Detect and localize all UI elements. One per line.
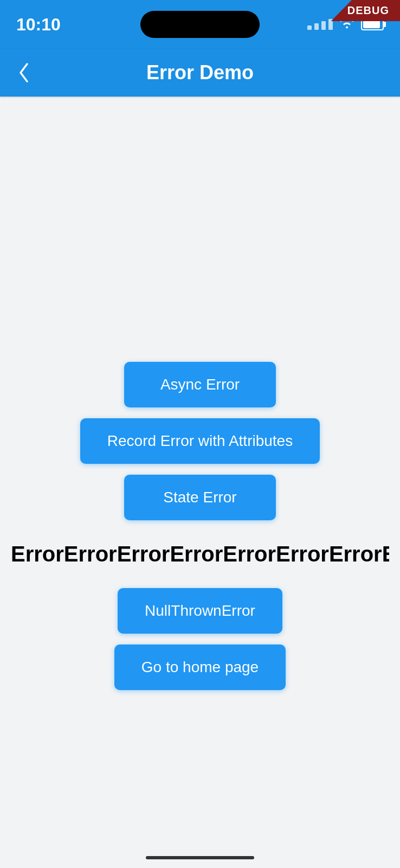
buttons-container: Async Error Record Error with Attributes… xyxy=(11,362,389,690)
main-content: Async Error Record Error with Attributes… xyxy=(0,97,400,846)
nav-title: Error Demo xyxy=(146,61,254,84)
error-text: ErrorErrorErrorErrorErrorErrorErrorError… xyxy=(11,542,389,566)
async-error-button[interactable]: Async Error xyxy=(124,362,276,407)
state-error-button[interactable]: State Error xyxy=(124,475,276,520)
record-error-with-attributes-button[interactable]: Record Error with Attributes xyxy=(80,418,320,464)
status-time: 10:10 xyxy=(16,15,61,35)
dynamic-island xyxy=(140,11,260,38)
go-to-home-page-button[interactable]: Go to home page xyxy=(114,644,286,690)
home-indicator xyxy=(146,856,254,859)
error-text-marquee: ErrorErrorErrorErrorErrorErrorErrorError… xyxy=(11,537,389,572)
back-button[interactable] xyxy=(13,58,35,88)
debug-badge: DEBUG xyxy=(331,0,400,21)
nav-bar: Error Demo xyxy=(0,49,400,97)
signal-strength-icon xyxy=(307,19,333,30)
status-bar: 10:10 DEBUG xyxy=(0,0,400,49)
null-thrown-error-button[interactable]: NullThrownError xyxy=(118,588,282,634)
